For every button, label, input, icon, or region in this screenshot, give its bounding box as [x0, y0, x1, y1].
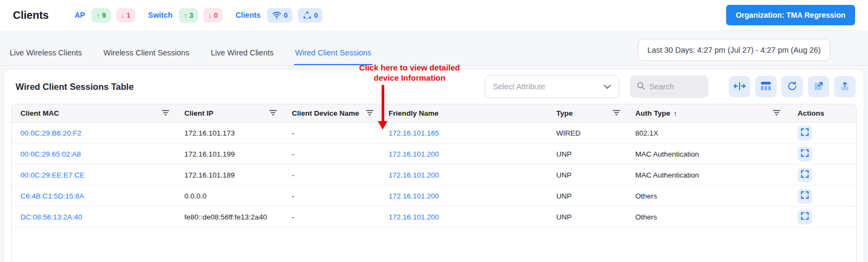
- header-client-ip: Client IP: [176, 109, 283, 117]
- friendly-name-link[interactable]: 172.16.101.200: [389, 171, 439, 179]
- type-value: UNP: [548, 171, 627, 179]
- expand-columns-icon: [734, 82, 745, 92]
- switch-up-badge[interactable]: ↑ 3: [179, 8, 198, 23]
- auth-type-value: Others: [627, 213, 787, 221]
- ap-up-count: 9: [102, 11, 106, 19]
- wireless-clients-badge[interactable]: 0: [267, 8, 292, 23]
- switch-stat-label: Switch: [148, 11, 173, 19]
- tab-wired-client-sessions[interactable]: Wired Client Sessions: [294, 43, 372, 66]
- expand-row-button[interactable]: [798, 126, 812, 140]
- ap-down-count: 1: [126, 11, 130, 19]
- friendly-name-link[interactable]: 172.16.101.165: [389, 129, 439, 137]
- tab-wireless-client-sessions[interactable]: Wireless Client Sessions: [103, 43, 191, 66]
- friendly-name-link[interactable]: 172.16.101.200: [389, 150, 439, 158]
- sort-ascending-icon[interactable]: ↑: [673, 109, 677, 118]
- fullscreen-icon: [801, 128, 809, 138]
- expand-row-button[interactable]: [798, 210, 812, 224]
- header-client-mac: Client MAC: [12, 109, 176, 117]
- expand-row-button[interactable]: [798, 189, 812, 203]
- mesh-network-icon: [303, 11, 312, 20]
- select-attribute-placeholder: Select Attribute: [493, 82, 546, 91]
- columns-icon: [761, 81, 771, 93]
- friendly-name-link[interactable]: 172.16.101.200: [389, 192, 439, 200]
- up-arrow-icon: ↑: [96, 11, 100, 19]
- device-stats: AP ↑ 9 ↓ 1 Switch ↑ 3 ↓ 0 Clients 0 0: [75, 8, 323, 23]
- filter-icon[interactable]: [613, 109, 620, 117]
- mesh-clients-badge[interactable]: 0: [298, 8, 322, 23]
- page-title: Clients: [13, 9, 49, 22]
- fullscreen-icon: [801, 170, 809, 180]
- export-button[interactable]: [834, 76, 856, 97]
- table-section-title: Wired Client Sessions Table: [16, 82, 485, 92]
- client-device-name-value: -: [283, 213, 380, 221]
- client-device-name-value: -: [283, 129, 380, 137]
- filter-icon[interactable]: [269, 109, 277, 117]
- auth-type-value: 802.1X: [627, 129, 787, 137]
- down-arrow-icon: ↓: [121, 11, 125, 19]
- client-mac-link[interactable]: 00:0C:29:EE:E7:CE: [20, 171, 84, 179]
- table-row: 00:0C:29:EE:E7:CE 172.16.101.189 - 172.1…: [12, 165, 856, 186]
- open-new-window-icon: [813, 81, 824, 93]
- select-attribute-dropdown[interactable]: Select Attribute: [485, 75, 619, 98]
- ap-up-badge[interactable]: ↑ 9: [91, 8, 111, 23]
- mesh-clients-count: 0: [314, 11, 318, 19]
- date-range-picker[interactable]: Last 30 Days: 4:27 pm (Jul 27) - 4:27 pm…: [638, 39, 830, 61]
- expand-columns-button[interactable]: [729, 76, 750, 97]
- wired-client-sessions-table: Client MAC Client IP Client Device Name …: [11, 104, 857, 262]
- auth-type-value: MAC Authentication: [627, 171, 787, 179]
- table-header-row: Client MAC Client IP Client Device Name …: [12, 104, 856, 123]
- table-toolbar: Wired Client Sessions Table Select Attri…: [4, 69, 864, 104]
- header-type: Type: [548, 109, 627, 117]
- ap-stat-label: AP: [75, 11, 85, 19]
- search-icon: [636, 81, 645, 93]
- client-mac-link[interactable]: 00:0C:29:65:02:A8: [20, 150, 81, 158]
- header-actions: Actions: [787, 109, 856, 117]
- client-ip-value: 172.16.101.199: [176, 150, 283, 158]
- auth-type-value: MAC Authentication: [627, 150, 787, 158]
- clients-stat-label: Clients: [235, 11, 261, 19]
- fullscreen-icon: [801, 149, 809, 159]
- down-arrow-icon: ↓: [208, 11, 212, 19]
- ap-down-badge[interactable]: ↓ 1: [116, 8, 135, 23]
- tab-live-wireless-clients[interactable]: Live Wireless Clients: [9, 43, 83, 66]
- table-icon-toolbar: [729, 76, 856, 97]
- client-ip-value: 172.16.101.189: [176, 171, 283, 179]
- wifi-icon: [272, 11, 282, 19]
- type-value: WIRED: [548, 129, 627, 137]
- wireless-clients-count: 0: [284, 11, 288, 19]
- up-arrow-icon: ↑: [184, 11, 188, 19]
- type-value: UNP: [548, 150, 627, 158]
- chevron-down-icon: [604, 82, 611, 91]
- table-row: 00:0C:29:B6:20:F2 172.16.101.173 - 172.1…: [12, 123, 856, 144]
- type-value: UNP: [548, 213, 627, 221]
- filter-icon[interactable]: [773, 109, 780, 117]
- type-value: UNP: [548, 192, 627, 200]
- search-input[interactable]: [649, 82, 703, 91]
- export-upload-icon: [840, 81, 850, 93]
- tab-live-wired-clients[interactable]: Live Wired Clients: [210, 43, 275, 66]
- client-mac-link[interactable]: C6:4B:C1:5D:15:8A: [20, 192, 84, 200]
- client-device-name-value: -: [283, 192, 380, 200]
- search-box[interactable]: [630, 75, 708, 98]
- table-row: DC:08:56:13:2A:40 fe80::de08:56ff:fe13:2…: [12, 207, 856, 228]
- client-ip-value: 172.16.101.173: [176, 129, 283, 137]
- client-mac-link[interactable]: 00:0C:29:B6:20:F2: [20, 129, 81, 137]
- tabs-divider: [0, 65, 868, 66]
- filter-icon[interactable]: [366, 109, 374, 117]
- column-settings-button[interactable]: [755, 76, 777, 97]
- client-mac-link[interactable]: DC:08:56:13:2A:40: [20, 213, 82, 221]
- expand-row-button[interactable]: [798, 168, 812, 182]
- tabs-row: Live Wireless Clients Wireless Client Se…: [0, 31, 868, 66]
- organization-button[interactable]: Organization: TMA Regression: [726, 5, 855, 25]
- switch-down-badge[interactable]: ↓ 0: [203, 8, 223, 23]
- top-header-bar: Clients AP ↑ 9 ↓ 1 Switch ↑ 3 ↓ 0 Client…: [0, 0, 868, 31]
- expand-row-button[interactable]: [798, 147, 812, 161]
- client-device-name-value: -: [283, 150, 380, 158]
- friendly-name-link[interactable]: 172.16.101.200: [389, 213, 439, 221]
- auth-type-value: Others: [627, 192, 787, 200]
- refresh-button[interactable]: [781, 76, 803, 97]
- filter-icon[interactable]: [162, 109, 169, 117]
- tabs: Live Wireless Clients Wireless Client Se…: [9, 43, 372, 66]
- open-new-window-button[interactable]: [808, 76, 829, 97]
- refresh-icon: [787, 81, 798, 93]
